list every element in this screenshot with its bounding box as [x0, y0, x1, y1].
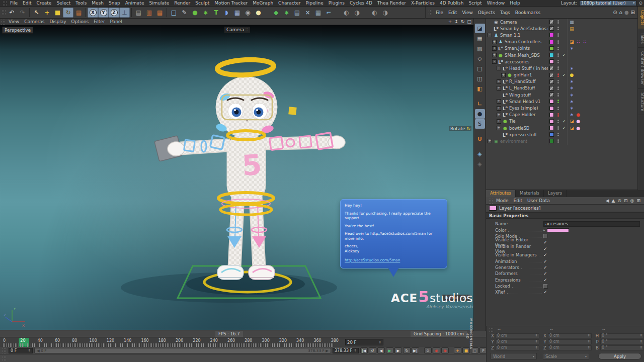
timeline-ruler[interactable]: 20 F↕ 0204060801001201401601802002202402…	[0, 337, 486, 347]
eye-icon[interactable]: ●	[624, 10, 629, 15]
toolbar-grip[interactable]	[2, 10, 6, 15]
coord-dropdown-scale[interactable]: Scale▾	[543, 353, 589, 359]
viewport-canvas[interactable]: 5	[0, 25, 473, 330]
visibility-dots[interactable]	[555, 53, 561, 57]
visible-in-managers-checkbox[interactable]: ✓	[543, 252, 547, 257]
search-icon[interactable]: ⊙	[618, 198, 622, 203]
camera-tool-icon[interactable]: ◉	[243, 8, 253, 18]
goto-end-button[interactable]: ▶|	[412, 347, 419, 353]
layer-header-row[interactable]: Layer [accesories]	[486, 205, 644, 212]
layer-swatch[interactable]	[548, 92, 555, 98]
menu-motion-tracker[interactable]: Motion Tracker	[212, 1, 250, 6]
side-tab-takes[interactable]: Takes	[638, 29, 644, 48]
array-icon[interactable]: ▦	[313, 8, 324, 18]
attributes-grip[interactable]	[489, 198, 493, 204]
layer-color-swatch[interactable]	[489, 206, 497, 211]
object-row-head-stuff-in-here[interactable]: - Lo Head Stuff ( in here) ∗	[486, 65, 637, 71]
record-position-toggle[interactable]: +	[454, 347, 461, 353]
object-row-bowtiesd[interactable]: + ● bowtieSD ✓ ◪●	[486, 125, 637, 131]
layer-swatch[interactable]	[548, 58, 555, 65]
display-tag[interactable]: ▦	[569, 19, 575, 25]
loop-button[interactable]: ↻	[403, 347, 411, 353]
model-mode-icon[interactable]: ▦	[475, 34, 485, 43]
menu-mesh[interactable]: Mesh	[89, 1, 106, 6]
viewport-menu-filter[interactable]: Filter	[91, 19, 107, 24]
object-row-sman-controllers[interactable]: + ♟ Sman.Controllers ◪∷∷	[486, 39, 637, 45]
record-active-objects-button[interactable]: ◉	[441, 347, 449, 353]
expander[interactable]: -	[488, 33, 492, 37]
live-selection-icon[interactable]: ↖	[31, 8, 42, 18]
layer-swatch[interactable]	[548, 72, 555, 78]
visibility-dots[interactable]	[555, 66, 561, 70]
object-row-eyes-simple[interactable]: + Lo Eyes (simple) ∗	[486, 105, 637, 111]
expander[interactable]: -	[492, 59, 497, 64]
weight-tag[interactable]: ∗	[569, 106, 575, 111]
enabled-check[interactable]: ✓	[561, 53, 567, 57]
lock-z-icon[interactable]: Z	[109, 8, 119, 18]
enable-axis-icon[interactable]: ∟	[475, 99, 485, 109]
interaction-tag[interactable]: ◪	[569, 39, 575, 45]
material-tag[interactable]: ●	[576, 125, 581, 131]
rotate-icon[interactable]: ↻	[63, 8, 73, 18]
menu-help[interactable]: Help	[507, 1, 523, 6]
coord-field-z-1[interactable]: 0 cm↕	[548, 345, 592, 350]
menu-simulate[interactable]: Simulate	[146, 1, 172, 6]
visibility-dots[interactable]	[555, 47, 561, 50]
controller-tag[interactable]: ∷	[582, 39, 588, 45]
menubar-grip[interactable]	[3, 1, 7, 6]
workplane-snap-icon[interactable]: ◈	[475, 149, 485, 159]
spline-icon[interactable]: ◗	[221, 8, 232, 18]
side-tab-content-browser[interactable]: Content Browser	[638, 48, 644, 89]
weight-tag[interactable]: ∗	[569, 46, 575, 51]
xref-checkbox[interactable]: ✓	[543, 290, 547, 295]
track-icon[interactable]: ◎	[630, 198, 634, 203]
visibility-dots[interactable]	[555, 27, 561, 30]
object-row-cape-holder[interactable]: + Lo Cape Holder ∗●	[486, 112, 637, 118]
object-row-sman-head-v1[interactable]: + Lo Sman Head v1 ∗	[486, 98, 637, 105]
expander[interactable]: +	[497, 99, 501, 104]
menu-select[interactable]: Select	[54, 1, 73, 6]
expander[interactable]: +	[488, 139, 492, 143]
cut-icon[interactable]: ×	[302, 8, 313, 18]
object-row-environment[interactable]: + ▣ environment	[486, 138, 637, 144]
layer-swatch[interactable]	[548, 39, 555, 45]
om-menu-tags[interactable]: Tags	[498, 10, 513, 15]
interaction-tag[interactable]: ◪	[569, 119, 575, 124]
weight-tag[interactable]: ∗	[569, 92, 575, 98]
object-row-girlhair1[interactable]: + ● girlHair1 ✓ ●	[486, 72, 637, 78]
weight-tag[interactable]: ∗	[569, 65, 575, 71]
viewport-menu-cameras[interactable]: Cameras	[22, 19, 47, 24]
current-frame-field[interactable]: 20 F↕	[345, 339, 383, 345]
render-settings-icon[interactable]: ▦	[154, 8, 165, 18]
previous-frame-button[interactable]: ◀	[377, 347, 385, 353]
object-row-sman-by-ace5studios-com[interactable]: Lo Sman by Ace5studios.com ▤	[486, 25, 637, 32]
attr-menu-user-data[interactable]: User Data	[525, 198, 552, 203]
layer-swatch[interactable]	[548, 45, 555, 52]
locked-checkbox[interactable]	[543, 284, 548, 289]
weight-tag[interactable]: ∗	[569, 112, 575, 118]
coord-field-y-0[interactable]: 0 cm↕	[496, 339, 539, 344]
visibility-dots[interactable]	[555, 73, 561, 77]
weight-tag[interactable]: ∗	[569, 79, 575, 84]
coord-field-x-0[interactable]: 0 cm↕	[496, 333, 539, 338]
expander[interactable]: +	[501, 73, 506, 77]
interface-toggle-3[interactable]: ◐	[369, 8, 380, 18]
toggle-views-icon[interactable]: □	[467, 19, 471, 24]
weight-tag[interactable]: ∗	[569, 85, 575, 91]
interface-toggle-4[interactable]: ◑	[380, 8, 390, 18]
layer-swatch[interactable]	[548, 105, 555, 111]
interface-toggle-2[interactable]: ◑	[352, 8, 362, 18]
expressions-checkbox[interactable]: ✓	[543, 278, 547, 283]
next-frame-button[interactable]: ▶	[394, 347, 402, 353]
goto-start-button[interactable]: |◀	[360, 347, 368, 353]
layer-swatch[interactable]	[548, 78, 555, 85]
enabled-check[interactable]: ✓	[561, 126, 567, 130]
material-tag[interactable]: ●	[569, 72, 575, 78]
record-keyframe-button[interactable]: ⊘	[424, 347, 432, 353]
measure-icon[interactable]: ▤	[292, 8, 302, 18]
attr-menu-mode[interactable]: Mode	[494, 198, 511, 203]
coord-field-b-2[interactable]: 0 °↕	[600, 345, 644, 350]
viewport-menu-display[interactable]: Display	[47, 19, 68, 24]
workplane-mode-icon[interactable]: ◇	[475, 54, 485, 63]
name-field[interactable]: accesories	[543, 221, 640, 227]
